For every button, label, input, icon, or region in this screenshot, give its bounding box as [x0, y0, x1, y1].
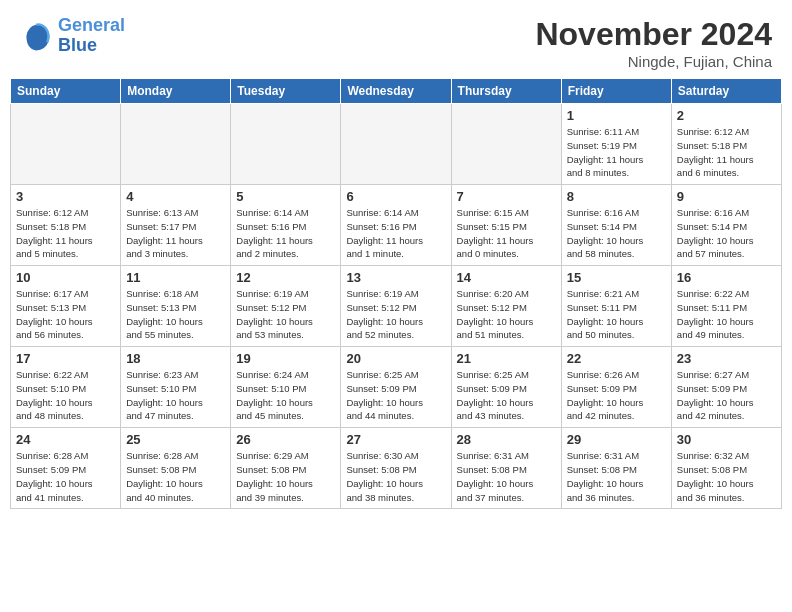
day-info: Sunrise: 6:13 AMSunset: 5:17 PMDaylight:…: [126, 206, 225, 261]
day-number: 21: [457, 351, 556, 366]
calendar-day-cell: [11, 104, 121, 185]
weekday-header: Saturday: [671, 79, 781, 104]
day-info: Sunrise: 6:27 AMSunset: 5:09 PMDaylight:…: [677, 368, 776, 423]
calendar-day-cell: 6Sunrise: 6:14 AMSunset: 5:16 PMDaylight…: [341, 185, 451, 266]
day-info: Sunrise: 6:19 AMSunset: 5:12 PMDaylight:…: [346, 287, 445, 342]
day-info: Sunrise: 6:14 AMSunset: 5:16 PMDaylight:…: [346, 206, 445, 261]
day-number: 6: [346, 189, 445, 204]
calendar-day-cell: 18Sunrise: 6:23 AMSunset: 5:10 PMDayligh…: [121, 347, 231, 428]
day-info: Sunrise: 6:29 AMSunset: 5:08 PMDaylight:…: [236, 449, 335, 504]
day-number: 24: [16, 432, 115, 447]
calendar-day-cell: 27Sunrise: 6:30 AMSunset: 5:08 PMDayligh…: [341, 428, 451, 509]
day-number: 11: [126, 270, 225, 285]
day-info: Sunrise: 6:11 AMSunset: 5:19 PMDaylight:…: [567, 125, 666, 180]
day-number: 29: [567, 432, 666, 447]
calendar-day-cell: 15Sunrise: 6:21 AMSunset: 5:11 PMDayligh…: [561, 266, 671, 347]
day-info: Sunrise: 6:25 AMSunset: 5:09 PMDaylight:…: [457, 368, 556, 423]
calendar-day-cell: 11Sunrise: 6:18 AMSunset: 5:13 PMDayligh…: [121, 266, 231, 347]
calendar-week-row: 24Sunrise: 6:28 AMSunset: 5:09 PMDayligh…: [11, 428, 782, 509]
day-info: Sunrise: 6:28 AMSunset: 5:09 PMDaylight:…: [16, 449, 115, 504]
weekday-header: Wednesday: [341, 79, 451, 104]
logo: General Blue: [20, 16, 125, 56]
calendar-day-cell: 4Sunrise: 6:13 AMSunset: 5:17 PMDaylight…: [121, 185, 231, 266]
logo-blue: Blue: [58, 35, 97, 55]
calendar-day-cell: 29Sunrise: 6:31 AMSunset: 5:08 PMDayligh…: [561, 428, 671, 509]
day-info: Sunrise: 6:26 AMSunset: 5:09 PMDaylight:…: [567, 368, 666, 423]
day-info: Sunrise: 6:17 AMSunset: 5:13 PMDaylight:…: [16, 287, 115, 342]
day-info: Sunrise: 6:15 AMSunset: 5:15 PMDaylight:…: [457, 206, 556, 261]
day-number: 15: [567, 270, 666, 285]
calendar-week-row: 10Sunrise: 6:17 AMSunset: 5:13 PMDayligh…: [11, 266, 782, 347]
month-title: November 2024: [535, 16, 772, 53]
weekday-header: Thursday: [451, 79, 561, 104]
day-info: Sunrise: 6:18 AMSunset: 5:13 PMDaylight:…: [126, 287, 225, 342]
calendar-table: SundayMondayTuesdayWednesdayThursdayFrid…: [10, 78, 782, 509]
day-number: 7: [457, 189, 556, 204]
calendar-day-cell: 21Sunrise: 6:25 AMSunset: 5:09 PMDayligh…: [451, 347, 561, 428]
day-number: 1: [567, 108, 666, 123]
day-number: 10: [16, 270, 115, 285]
calendar-day-cell: 3Sunrise: 6:12 AMSunset: 5:18 PMDaylight…: [11, 185, 121, 266]
day-info: Sunrise: 6:28 AMSunset: 5:08 PMDaylight:…: [126, 449, 225, 504]
calendar-day-cell: [231, 104, 341, 185]
calendar-day-cell: [341, 104, 451, 185]
day-number: 30: [677, 432, 776, 447]
weekday-header: Tuesday: [231, 79, 341, 104]
calendar-day-cell: 24Sunrise: 6:28 AMSunset: 5:09 PMDayligh…: [11, 428, 121, 509]
calendar-wrapper: SundayMondayTuesdayWednesdayThursdayFrid…: [0, 78, 792, 509]
calendar-body: 1Sunrise: 6:11 AMSunset: 5:19 PMDaylight…: [11, 104, 782, 509]
weekday-header: Monday: [121, 79, 231, 104]
day-number: 12: [236, 270, 335, 285]
day-info: Sunrise: 6:14 AMSunset: 5:16 PMDaylight:…: [236, 206, 335, 261]
header: General Blue November 2024 Ningde, Fujia…: [0, 0, 792, 78]
day-number: 22: [567, 351, 666, 366]
calendar-header: SundayMondayTuesdayWednesdayThursdayFrid…: [11, 79, 782, 104]
calendar-day-cell: 23Sunrise: 6:27 AMSunset: 5:09 PMDayligh…: [671, 347, 781, 428]
calendar-day-cell: 16Sunrise: 6:22 AMSunset: 5:11 PMDayligh…: [671, 266, 781, 347]
calendar-day-cell: [121, 104, 231, 185]
calendar-day-cell: 30Sunrise: 6:32 AMSunset: 5:08 PMDayligh…: [671, 428, 781, 509]
calendar-week-row: 3Sunrise: 6:12 AMSunset: 5:18 PMDaylight…: [11, 185, 782, 266]
calendar-day-cell: 2Sunrise: 6:12 AMSunset: 5:18 PMDaylight…: [671, 104, 781, 185]
calendar-day-cell: [451, 104, 561, 185]
calendar-day-cell: 26Sunrise: 6:29 AMSunset: 5:08 PMDayligh…: [231, 428, 341, 509]
day-number: 18: [126, 351, 225, 366]
day-number: 14: [457, 270, 556, 285]
logo-text: General Blue: [58, 16, 125, 56]
calendar-day-cell: 19Sunrise: 6:24 AMSunset: 5:10 PMDayligh…: [231, 347, 341, 428]
calendar-day-cell: 10Sunrise: 6:17 AMSunset: 5:13 PMDayligh…: [11, 266, 121, 347]
day-info: Sunrise: 6:19 AMSunset: 5:12 PMDaylight:…: [236, 287, 335, 342]
day-number: 20: [346, 351, 445, 366]
day-info: Sunrise: 6:25 AMSunset: 5:09 PMDaylight:…: [346, 368, 445, 423]
calendar-day-cell: 20Sunrise: 6:25 AMSunset: 5:09 PMDayligh…: [341, 347, 451, 428]
day-number: 28: [457, 432, 556, 447]
day-number: 2: [677, 108, 776, 123]
weekday-header: Sunday: [11, 79, 121, 104]
day-number: 9: [677, 189, 776, 204]
logo-general: General: [58, 15, 125, 35]
calendar-day-cell: 9Sunrise: 6:16 AMSunset: 5:14 PMDaylight…: [671, 185, 781, 266]
day-info: Sunrise: 6:12 AMSunset: 5:18 PMDaylight:…: [16, 206, 115, 261]
day-info: Sunrise: 6:22 AMSunset: 5:11 PMDaylight:…: [677, 287, 776, 342]
day-number: 4: [126, 189, 225, 204]
day-number: 27: [346, 432, 445, 447]
title-area: November 2024 Ningde, Fujian, China: [535, 16, 772, 70]
day-number: 16: [677, 270, 776, 285]
calendar-day-cell: 12Sunrise: 6:19 AMSunset: 5:12 PMDayligh…: [231, 266, 341, 347]
calendar-day-cell: 22Sunrise: 6:26 AMSunset: 5:09 PMDayligh…: [561, 347, 671, 428]
day-number: 17: [16, 351, 115, 366]
weekday-row: SundayMondayTuesdayWednesdayThursdayFrid…: [11, 79, 782, 104]
calendar-day-cell: 7Sunrise: 6:15 AMSunset: 5:15 PMDaylight…: [451, 185, 561, 266]
calendar-day-cell: 8Sunrise: 6:16 AMSunset: 5:14 PMDaylight…: [561, 185, 671, 266]
calendar-day-cell: 1Sunrise: 6:11 AMSunset: 5:19 PMDaylight…: [561, 104, 671, 185]
page-container: General Blue November 2024 Ningde, Fujia…: [0, 0, 792, 509]
day-info: Sunrise: 6:30 AMSunset: 5:08 PMDaylight:…: [346, 449, 445, 504]
day-number: 23: [677, 351, 776, 366]
day-number: 8: [567, 189, 666, 204]
calendar-week-row: 17Sunrise: 6:22 AMSunset: 5:10 PMDayligh…: [11, 347, 782, 428]
calendar-week-row: 1Sunrise: 6:11 AMSunset: 5:19 PMDaylight…: [11, 104, 782, 185]
calendar-day-cell: 28Sunrise: 6:31 AMSunset: 5:08 PMDayligh…: [451, 428, 561, 509]
day-info: Sunrise: 6:16 AMSunset: 5:14 PMDaylight:…: [677, 206, 776, 261]
day-info: Sunrise: 6:12 AMSunset: 5:18 PMDaylight:…: [677, 125, 776, 180]
day-info: Sunrise: 6:22 AMSunset: 5:10 PMDaylight:…: [16, 368, 115, 423]
